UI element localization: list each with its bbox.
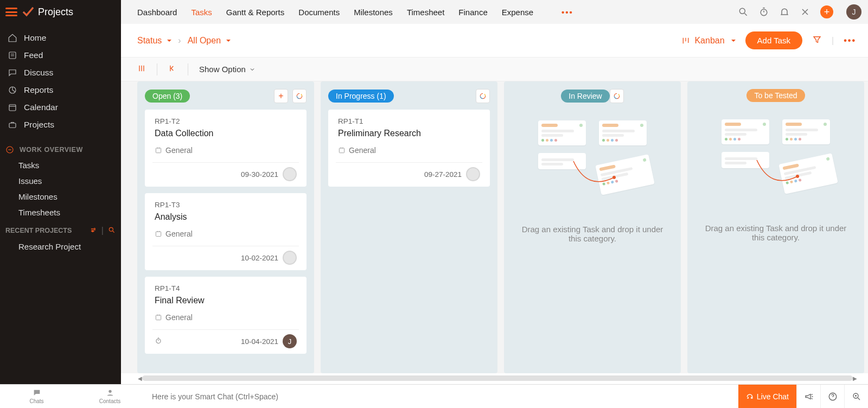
recent-project-item[interactable]: Research Project [0, 239, 121, 254]
chats-label: Chats [29, 398, 43, 404]
add-button[interactable]: + [820, 5, 833, 18]
tab-finance[interactable]: Finance [458, 8, 487, 17]
column-title-pill: Open (3) [145, 90, 190, 103]
show-option-dropdown[interactable]: Show Option [199, 65, 256, 74]
announce-icon[interactable] [796, 385, 820, 409]
column-refresh-icon[interactable] [292, 89, 307, 103]
timer-small-icon [155, 337, 162, 346]
contacts-tab[interactable]: Contacts [73, 388, 146, 404]
zoom-icon[interactable] [844, 385, 868, 409]
bottom-right: Live Chat [738, 385, 868, 409]
sidebar-item-discuss[interactable]: Discuss [0, 64, 121, 81]
chats-tab[interactable]: Chats [0, 388, 73, 404]
task-card[interactable]: RP1-T4Final ReviewGeneral10-04-2021J [145, 277, 307, 354]
breadcrumb-sep-icon: › [178, 36, 181, 46]
sidebar-sub-timesheets[interactable]: Timesheets [0, 205, 121, 220]
view-dropdown[interactable]: Kanban [681, 36, 735, 46]
kanban-column[interactable]: In ReviewDrag an existing Task and drop … [504, 81, 681, 373]
assignee-avatar[interactable] [283, 251, 297, 265]
task-list-name: General [165, 229, 193, 238]
column-title-pill: To be Tested [746, 89, 805, 102]
live-chat-button[interactable]: Live Chat [738, 385, 796, 409]
sidebar-label: Projects [24, 120, 54, 130]
svg-point-15 [612, 176, 616, 179]
bell-icon[interactable] [779, 7, 790, 17]
discuss-icon [8, 68, 17, 78]
sidebar-item-calendar[interactable]: Calendar [0, 99, 121, 116]
horizontal-scrollbar[interactable]: ◀ ▶ [139, 374, 856, 382]
card-footer: 09-27-2021 [338, 163, 480, 181]
svg-point-8 [739, 8, 745, 14]
tab-gantt[interactable]: Gantt & Reports [226, 8, 285, 17]
separator: | [101, 226, 104, 235]
assignee-avatar[interactable] [283, 167, 297, 181]
topnav-right: + J [738, 4, 861, 20]
column-refresh-icon[interactable] [476, 89, 490, 103]
kanban-column[interactable]: Open (3)+RP1-T2Data CollectionGeneral09-… [137, 81, 314, 373]
task-card[interactable]: RP1-T2Data CollectionGeneral09-30-2021 [145, 110, 307, 187]
assignee-avatar[interactable] [466, 167, 480, 181]
sidebar-sub-issues[interactable]: Issues [0, 173, 121, 189]
list-icon [338, 146, 346, 154]
tab-expense[interactable]: Expense [502, 8, 533, 17]
svg-rect-12 [156, 315, 161, 320]
options-row: Show Option [121, 58, 868, 81]
sidebar-item-feed[interactable]: Feed [0, 47, 121, 64]
scroll-right-icon[interactable]: ▶ [852, 374, 858, 382]
list-icon [155, 230, 162, 238]
subbar-right: Kanban Add Task | ••• [681, 31, 856, 49]
collapse-all-icon[interactable] [168, 64, 177, 74]
task-date: 09-30-2021 [241, 170, 278, 178]
app-logo[interactable]: Projects [22, 5, 73, 18]
sidebar-item-projects[interactable]: Projects [0, 116, 121, 133]
tools-icon[interactable] [800, 7, 810, 17]
task-card[interactable]: RP1-T3AnalysisGeneral10-02-2021 [145, 193, 307, 270]
hamburger-icon[interactable] [5, 8, 17, 16]
sidebar-item-home[interactable]: Home [0, 29, 121, 47]
column-add-button[interactable]: + [274, 89, 288, 103]
timer-icon[interactable] [758, 7, 769, 17]
status-dropdown[interactable]: Status [137, 36, 171, 46]
topnav-tabs: Dashboard Tasks Gantt & Reports Document… [137, 8, 573, 17]
tab-more-icon[interactable]: ••• [561, 8, 573, 17]
contacts-label: Contacts [99, 398, 120, 404]
sidebar-label: Home [24, 33, 46, 43]
search-icon[interactable] [738, 7, 749, 17]
settings-small-icon[interactable] [90, 226, 97, 235]
work-overview-header[interactable]: WORK OVERVIEW [0, 139, 121, 157]
kanban-column[interactable]: To be TestedDrag an existing Task and dr… [687, 81, 864, 373]
task-date: 10-04-2021 [241, 337, 278, 346]
sidebar-sub-tasks[interactable]: Tasks [0, 157, 121, 173]
add-task-button[interactable]: Add Task [745, 31, 802, 49]
tab-tasks[interactable]: Tasks [191, 8, 212, 17]
sidebar-sub-milestones[interactable]: Milestones [0, 189, 121, 205]
user-avatar[interactable]: J [846, 4, 861, 20]
column-actions: + [274, 89, 307, 103]
task-date: 10-02-2021 [241, 254, 278, 262]
tab-milestones[interactable]: Milestones [354, 8, 393, 17]
task-title: Preliminary Research [338, 129, 480, 138]
card-footer: 09-30-2021 [155, 163, 297, 181]
divider [157, 63, 157, 75]
tab-timesheet[interactable]: Timesheet [407, 8, 444, 17]
search-small-icon[interactable] [108, 226, 116, 235]
smart-chat-input[interactable] [152, 392, 733, 401]
tab-documents[interactable]: Documents [298, 8, 340, 17]
empty-illustration [538, 120, 647, 196]
column-header: Open (3)+ [145, 89, 307, 103]
help-icon[interactable] [820, 385, 844, 409]
filter-dropdown[interactable]: All Open [188, 36, 231, 46]
columns-icon[interactable] [137, 64, 146, 74]
tab-dashboard[interactable]: Dashboard [137, 8, 177, 17]
filter-icon[interactable] [812, 35, 822, 47]
scrollbar-track[interactable] [142, 375, 853, 381]
assignee-avatar[interactable]: J [283, 334, 297, 348]
more-icon[interactable]: ••• [844, 36, 856, 46]
column-refresh-icon[interactable] [610, 89, 624, 103]
task-meta: General [338, 146, 480, 155]
task-card[interactable]: RP1-T1Preliminary ResearchGeneral09-27-2… [328, 110, 490, 187]
kanban-column[interactable]: In Progress (1)RP1-T1Preliminary Researc… [321, 81, 497, 373]
sidebar-item-reports[interactable]: Reports [0, 81, 121, 99]
sidebar-top: Projects [0, 0, 121, 24]
svg-rect-2 [9, 105, 16, 111]
